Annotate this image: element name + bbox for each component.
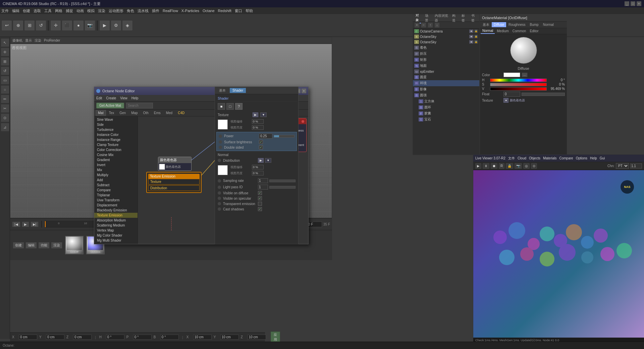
toolbar-rotate[interactable]: ↺ <box>36 20 46 31</box>
tl-forward-btn[interactable]: ▶| <box>31 221 39 227</box>
shader-sampling-slider[interactable] <box>269 180 296 182</box>
menu-item-7[interactable]: 动画 <box>76 8 84 13</box>
toolbar-scale[interactable]: ⊞ <box>24 20 35 31</box>
shader-sampling-input[interactable] <box>258 178 268 183</box>
vis-lock-sky2[interactable]: 🔒 <box>474 40 478 44</box>
node-item-subtract[interactable]: Subtract <box>94 183 138 188</box>
menu-item-11[interactable]: 角色 <box>127 8 134 13</box>
scene-item-gem[interactable]: 宝 宝石 <box>413 116 479 122</box>
node-item-bitmap[interactable]: Bitmap <box>94 243 138 244</box>
hue-bar[interactable] <box>490 79 547 82</box>
live-viewer-canvas[interactable]: NAS <box>473 170 644 338</box>
close-button[interactable]: × <box>637 1 641 6</box>
shader-power-slider[interactable] <box>274 135 294 138</box>
node-item-uvw[interactable]: Uvw Transform <box>94 198 138 203</box>
menu-item-10[interactable]: 运动图形 <box>109 8 123 13</box>
node-tab-c4d[interactable]: C4D <box>175 110 187 116</box>
lv-multiplier-input[interactable] <box>630 163 642 168</box>
shader-cs-checkbox[interactable]: ✓ <box>258 207 262 211</box>
node-item-compare[interactable]: Compare <box>94 188 138 193</box>
viewport-render-menu[interactable]: 渲染 <box>35 38 41 43</box>
node-item-triplanar[interactable]: Triplanar <box>94 193 138 198</box>
scene-tab-browser[interactable]: 内容浏览器 <box>433 13 450 23</box>
scene-tab-struct[interactable]: 构造 <box>451 13 459 23</box>
lv-reset-btn[interactable]: R <box>499 163 504 169</box>
node-item-sine-wave[interactable]: Sine Wave <box>94 117 138 122</box>
sidebar-move[interactable]: ✛ <box>1 48 9 56</box>
mat-subtab-editor[interactable]: Editor <box>528 29 540 34</box>
scene-item-capsule[interactable]: 胶 胶囊 <box>413 110 479 116</box>
vis-lock-sky1[interactable]: 🔒 <box>474 35 478 38</box>
lv-play-btn[interactable]: ▶ <box>475 163 481 169</box>
menu-item-1[interactable]: 编辑 <box>12 8 19 13</box>
scene-item-fold[interactable]: 折 折压 <box>413 51 479 57</box>
node-item-add[interactable]: Add <box>94 178 138 183</box>
scene-move-up-icon[interactable]: ↑ <box>428 22 433 28</box>
color-shader-node[interactable]: 颜色着色器 颜色着色器 <box>158 157 192 171</box>
menu-item-16[interactable]: Octane <box>203 9 214 13</box>
shader-brightness-input[interactable] <box>252 125 264 130</box>
scene-item-cube[interactable]: 立 立方体 <box>413 98 479 104</box>
shader-lightpass-slider[interactable] <box>269 186 296 189</box>
shader-icon-btn-1[interactable]: ■ <box>218 103 225 110</box>
menu-item-6[interactable]: 捕捉 <box>66 8 73 13</box>
mat-tab-normal[interactable]: Normal <box>541 22 556 27</box>
viewport-camera-menu[interactable]: 摄像机 <box>12 38 22 43</box>
float-slider[interactable] <box>522 93 565 96</box>
bottom-render-btn[interactable]: 渲染 <box>51 242 62 249</box>
sidebar-scale[interactable]: ⊞ <box>1 57 9 66</box>
scene-item-octane-camera[interactable]: C OctaneCamera 👁 🔒 <box>413 29 479 34</box>
node-item-mg-color[interactable]: Mg Color Shader <box>94 233 138 238</box>
shader-vd-checkbox[interactable]: ✓ <box>258 191 262 195</box>
menu-item-14[interactable]: RealFlow <box>163 9 178 13</box>
node-item-instance-color[interactable]: Instance Color <box>94 132 138 137</box>
menu-item-19[interactable]: 帮助 <box>246 8 253 13</box>
texture-node-inner[interactable]: Texture <box>148 179 200 185</box>
menu-item-9[interactable]: 渲染 <box>98 8 105 13</box>
live-viewer-menu-options[interactable]: Options <box>576 156 587 160</box>
shader-ds-checkbox[interactable]: ✓ <box>259 145 263 149</box>
vis-lock-icon[interactable]: 🔒 <box>474 30 478 33</box>
menu-item-8[interactable]: 模拟 <box>87 8 95 13</box>
toolbar-cube[interactable]: ⬛ <box>62 20 72 31</box>
mat-subtab-medium[interactable]: Medium <box>495 29 511 34</box>
lv-stop-btn[interactable]: ⏹ <box>491 163 497 169</box>
scene-item-egg[interactable]: 圆 圆蛋 <box>413 74 479 80</box>
material-thumbnail-octdiff[interactable]: OctDiff <box>65 236 84 254</box>
shader-tab-shader[interactable]: Shader <box>230 88 246 93</box>
lv-lock-btn[interactable]: 🔒 <box>506 163 513 169</box>
toolbar-move[interactable]: ⊕ <box>13 20 23 31</box>
shader-dist-bright-input[interactable] <box>252 171 264 176</box>
shader-offset-input[interactable] <box>252 119 264 124</box>
sidebar-pointer[interactable]: ↖ <box>1 38 9 47</box>
shader-tex-btn[interactable]: ▼ <box>260 112 267 117</box>
node-menu-view[interactable]: View <box>120 96 127 100</box>
toolbar-material[interactable]: ◈ <box>122 20 133 31</box>
scene-item-torus[interactable]: 圆 圆环 <box>413 104 479 110</box>
shader-dist-arrow-btn[interactable]: ▶ <box>258 158 264 163</box>
shader-lightpass-input[interactable] <box>258 185 268 190</box>
viewport-display-menu[interactable]: 显示 <box>25 38 32 43</box>
sidebar-box-select[interactable]: ▭ <box>1 76 9 85</box>
mat-tab-bump[interactable]: Bump <box>528 22 541 27</box>
live-viewer-menu-compare[interactable]: Compare <box>559 156 573 160</box>
node-item-gradient[interactable]: Gradient <box>94 157 138 162</box>
coord-x-input[interactable] <box>19 335 37 340</box>
node-tab-gen[interactable]: Gen <box>117 110 128 116</box>
scene-add-icon[interactable]: + <box>414 22 420 28</box>
distribution-node-inner[interactable]: Distribution <box>148 185 200 191</box>
menu-item-12[interactable]: 流水线 <box>138 8 149 13</box>
shader-tex-arrow-btn[interactable]: ▶ <box>253 112 258 117</box>
vis-eye-sky2[interactable]: 👁 <box>469 40 473 44</box>
toolbar-sphere[interactable]: ● <box>73 20 84 31</box>
sidebar-paint[interactable]: ✏ <box>1 95 9 103</box>
bottom-function-btn[interactable]: 功能 <box>38 242 50 249</box>
node-item-displacement[interactable]: Displacement <box>94 203 138 208</box>
bottom-create-btn[interactable]: 创建 <box>13 242 24 249</box>
shader-icon-btn-2[interactable]: □ <box>226 103 234 110</box>
vis-eye-icon[interactable]: 👁 <box>469 30 473 33</box>
scene-item-shading[interactable]: 着 着色 <box>413 45 479 51</box>
node-item-clamp[interactable]: Clamp Texture <box>94 142 138 147</box>
sidebar-extrude[interactable]: ⊿ <box>1 123 9 132</box>
coord-y-input[interactable] <box>46 335 64 340</box>
